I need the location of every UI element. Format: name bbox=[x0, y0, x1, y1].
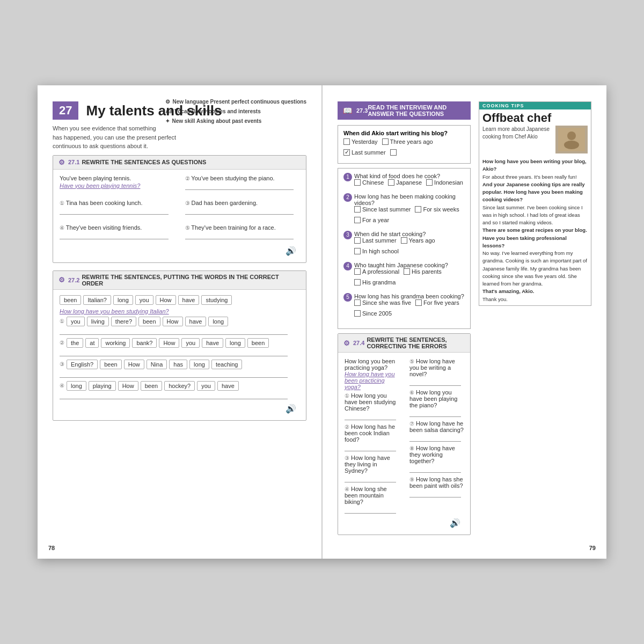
option-yesterday: Yesterday bbox=[343, 138, 378, 145]
ct-q1: How long have you been writing your blog… bbox=[482, 158, 587, 172]
cb-parents[interactable] bbox=[404, 268, 410, 275]
cb-high-school[interactable] bbox=[354, 248, 361, 254]
tile-row-4: long playing How been hockey? you have bbox=[67, 381, 299, 391]
cb-chinese[interactable] bbox=[354, 179, 361, 186]
audio-icon-4[interactable]: 🔊 bbox=[345, 517, 464, 529]
q-row-3: 3 When did he start cooking? Last summer bbox=[343, 231, 465, 258]
error-5-num: ⑤ bbox=[409, 358, 414, 364]
error-8-num: ⑧ bbox=[409, 445, 414, 451]
tile-row-3: English? been How Nina has long teaching bbox=[67, 360, 299, 369]
tile: Nina bbox=[147, 360, 167, 369]
exercise-27-3-header: 📖 27.3 READ THE INTERVIEW AND ANSWER THE… bbox=[338, 101, 471, 120]
cb-since-last[interactable] bbox=[354, 206, 361, 213]
cb-five-years[interactable] bbox=[415, 299, 422, 306]
q4-opt-professional: A professional bbox=[354, 268, 399, 275]
label-japanese: Japanese bbox=[396, 179, 422, 186]
tile: How bbox=[163, 317, 183, 326]
item-5-given: They've been training for a race. bbox=[191, 224, 275, 231]
tile: English? bbox=[67, 360, 98, 369]
tile-row-2-container: ② the at working bank? How you have long… bbox=[60, 338, 299, 348]
main-q-options: Yesterday Three years ago Last summer bbox=[343, 138, 465, 156]
q-row-2: 2 How long has he been making cooking vi… bbox=[343, 193, 465, 226]
exercise-27-2-icon: ⚙ bbox=[58, 276, 65, 284]
cb-three-years[interactable] bbox=[382, 138, 389, 145]
error-7-num: ⑦ bbox=[409, 421, 414, 427]
tile: long bbox=[113, 295, 133, 305]
exercise-27-2-title: REWRITE THE SENTENCES, PUTTING THE WORDS… bbox=[82, 274, 301, 287]
row-num-1: ① bbox=[60, 318, 64, 324]
tile-row-2: the at working bank? How you have long b… bbox=[67, 338, 299, 348]
audio-icon-1[interactable]: 🔊 bbox=[60, 245, 299, 257]
q2-opt-year: For a year bbox=[354, 217, 389, 223]
tile: studying bbox=[201, 295, 232, 305]
tile-row-3-container: ③ English? been How Nina has long teachi… bbox=[60, 360, 299, 369]
rewrite-item-3: ③ Dad has been gardening. bbox=[185, 200, 300, 218]
q5-text: How long has his grandma been cooking? bbox=[354, 293, 465, 299]
new-skill-value: Asking about past events bbox=[196, 118, 261, 124]
answer-line-r4 bbox=[60, 392, 288, 399]
q4-opt-grandma: His grandma bbox=[354, 279, 396, 286]
q5-opt-five: Since she was five bbox=[354, 299, 411, 306]
option-blank bbox=[390, 149, 397, 156]
error-example-answer: How long have you been practicing yoga? bbox=[345, 371, 399, 390]
tile: you bbox=[197, 381, 215, 391]
cb-indonesian[interactable] bbox=[426, 179, 433, 186]
answer-line-e3 bbox=[345, 475, 396, 482]
cb-2005[interactable] bbox=[354, 310, 361, 317]
cb-five[interactable] bbox=[354, 299, 361, 306]
chapter-title: My talents and skills bbox=[86, 103, 222, 119]
audio-icon-2[interactable]: 🔊 bbox=[60, 402, 299, 415]
cb-last-summer[interactable] bbox=[343, 149, 350, 156]
main-question-text: When did Akio start writing his blog? bbox=[343, 130, 465, 136]
q2-content: How long has he been making cooking vide… bbox=[354, 193, 465, 226]
cooking-tips-header: COOKING TIPS bbox=[479, 102, 591, 109]
tile-row-4-container: ④ long playing How been hockey? you have bbox=[60, 381, 299, 391]
cb-six-weeks[interactable] bbox=[415, 206, 421, 213]
tile: been bbox=[100, 360, 121, 369]
cb-years-ago[interactable] bbox=[401, 237, 407, 244]
label-year: For a year bbox=[362, 217, 389, 223]
q5-opt-five-years: For five years bbox=[415, 299, 459, 306]
interview-left: 📖 27.3 READ THE INTERVIEW AND ANSWER THE… bbox=[338, 101, 471, 543]
exercise-27-3-id: 27.3 bbox=[356, 107, 368, 114]
new-language-value: Present perfect continuous questions bbox=[210, 99, 306, 105]
q-row-5: 5 How long has his grandma been cooking?… bbox=[343, 293, 465, 320]
label-high-school: In high school bbox=[362, 248, 399, 254]
tile: bank? bbox=[132, 338, 157, 348]
cb-professional[interactable] bbox=[354, 268, 361, 275]
exercise-27-3-title: READ THE INTERVIEW AND ANSWER THE QUESTI… bbox=[368, 104, 465, 117]
ct-a2: Since last summer. I've been cooking sin… bbox=[482, 204, 583, 226]
cb-q3-last-summer[interactable] bbox=[354, 237, 361, 244]
exercise-27-1-title: REWRITE THE SENTENCES AS QUESTIONS bbox=[82, 159, 206, 165]
q5-content: How long has his grandma been cooking? S… bbox=[354, 293, 465, 320]
ct-q2: And your Japanese cooking tips are reall… bbox=[482, 181, 585, 203]
label-last-summer: Last summer bbox=[352, 149, 386, 156]
tile: working bbox=[101, 338, 130, 348]
tile: long bbox=[208, 317, 228, 326]
item-num-4: ④ bbox=[60, 225, 64, 231]
cb-yesterday[interactable] bbox=[343, 138, 350, 145]
item-4-given: They've been visiting friends. bbox=[66, 224, 142, 231]
answer-line-e9 bbox=[409, 490, 461, 497]
q5-options: Since she was five For five years Since … bbox=[354, 299, 465, 317]
cb-japanese[interactable] bbox=[388, 179, 394, 186]
label-2005: Since 2005 bbox=[362, 310, 392, 317]
exercise-27-2-number: 27.2 bbox=[68, 277, 79, 283]
tile: you bbox=[181, 338, 200, 348]
exercise-27-1-header: ⚙ 27.1 REWRITE THE SENTENCES AS QUESTION… bbox=[53, 156, 306, 170]
tile: have bbox=[202, 338, 223, 348]
item-3-given: Dad has been gardening. bbox=[192, 200, 258, 206]
error-2-given: How long has he been cook Indian food? bbox=[345, 423, 395, 443]
error-example: How long you been practicing yoga? How l… bbox=[345, 358, 399, 390]
cb-blank[interactable] bbox=[390, 149, 397, 156]
label-five-years: For five years bbox=[423, 299, 459, 306]
cb-grandma[interactable] bbox=[354, 279, 361, 286]
cb-year[interactable] bbox=[354, 217, 361, 223]
error-8: ⑧ How long have they working together? bbox=[409, 445, 464, 473]
interview-right: COOKING TIPS Offbeat chef Learn more abo… bbox=[476, 101, 591, 543]
q1-opt-japanese: Japanese bbox=[388, 179, 422, 186]
error-9-given: How long has she been paint with oils? bbox=[409, 476, 463, 489]
option-last-summer: Last summer bbox=[343, 149, 386, 156]
tile: have bbox=[185, 317, 207, 326]
option-three-years: Three years ago bbox=[382, 138, 433, 145]
